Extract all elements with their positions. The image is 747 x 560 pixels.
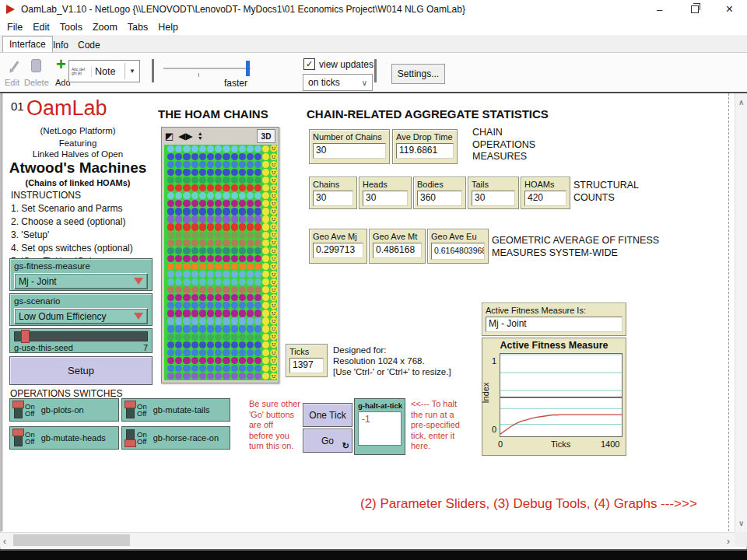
chooser-value[interactable]: Mj - Joint (14, 273, 148, 289)
speed-slider-label: faster (224, 78, 247, 89)
vertical-scrollbar[interactable]: ∧ ∨ (735, 93, 747, 532)
hoam-dot (247, 271, 254, 278)
instructions: INSTRUCTIONS 1. Set Scenario and Parms 2… (11, 189, 133, 268)
halt-at-tick-field[interactable]: -1 (358, 411, 402, 446)
scrollbar-thumb[interactable] (13, 534, 130, 546)
hoam-dot (239, 263, 246, 270)
hoam-dot (175, 177, 182, 184)
speed-slider-track[interactable] (163, 68, 251, 69)
switch-toggle[interactable] (14, 401, 23, 418)
hoam-dot (207, 278, 214, 285)
resize-vertical-icon[interactable]: ▲▼ (198, 131, 203, 141)
hoam-dot (223, 317, 230, 324)
chain-row (167, 169, 277, 177)
menu-help[interactable]: Help (158, 22, 178, 33)
slider-g-use-this-seed[interactable]: g-use-this-seed7 (9, 328, 153, 353)
switch-toggle[interactable] (126, 401, 135, 418)
hoam-dot (239, 145, 246, 152)
hoam-dot (215, 349, 222, 356)
hoam-dot (231, 302, 238, 309)
smiley-face-icon (270, 271, 278, 278)
switch-gb-mutate-tails[interactable]: OnOff gb-mutate-tails (121, 398, 230, 422)
view-3d-button[interactable]: 3D (257, 129, 275, 143)
chain-row (167, 192, 277, 200)
world-canvas[interactable] (164, 145, 277, 380)
speed-slider-tick (198, 73, 199, 77)
slider-handle[interactable] (21, 330, 30, 343)
chain-row (167, 208, 277, 215)
chain-row (167, 145, 277, 152)
tab-code[interactable]: Code (72, 37, 107, 53)
tab-info[interactable]: Info (47, 37, 75, 53)
hoam-dot (183, 153, 190, 160)
setup-button[interactable]: Setup (9, 356, 153, 385)
switch-toggle[interactable] (126, 429, 135, 446)
menu-tabs[interactable]: Tabs (128, 22, 148, 33)
hoam-dot (199, 349, 206, 356)
speed-slider-handle[interactable] (246, 61, 250, 76)
slider-track[interactable] (14, 331, 148, 341)
delete-tool-button[interactable] (31, 59, 41, 72)
hoam-dot (254, 208, 261, 215)
hoam-dot (223, 169, 230, 176)
view-updates-checkbox[interactable]: ✓ view updates (303, 58, 374, 70)
input-g-halt-at-tick[interactable]: g-halt-at-tick -1 (354, 398, 405, 455)
hoam-dot (199, 169, 206, 176)
chooser-value[interactable]: Low Odum Efficiency (14, 308, 148, 324)
scroll-up-icon[interactable]: ∧ (738, 98, 744, 107)
caption-structural-counts: STRUCTURALCOUNTS (573, 180, 639, 204)
world-view[interactable]: ◩ ◀▶ ▲▼ 3D (161, 127, 279, 383)
resize-corner-icon[interactable]: ◩ (165, 131, 174, 141)
resize-horizontal-icon[interactable]: ◀▶ (178, 131, 192, 141)
switch-name: gb-plots-on (41, 405, 84, 415)
hoam-dot (199, 223, 206, 230)
add-tool-button[interactable]: + (56, 58, 66, 72)
close-button[interactable]: × (712, 0, 747, 19)
subtitle-line: Featuring (0, 137, 156, 149)
hoam-dot (199, 373, 206, 380)
hoam-dot (183, 161, 190, 168)
one-tick-button[interactable]: One Tick (303, 403, 352, 427)
hoam-dot (175, 255, 182, 262)
restore-button[interactable] (677, 0, 712, 19)
switch-onoff-labels: OnOff (25, 431, 35, 446)
hoam-dot (167, 240, 174, 247)
go-button[interactable]: Go ↻ (303, 429, 352, 453)
update-mode-dropdown[interactable]: on ticks ∨ (303, 74, 373, 91)
chooser-gs-scenario[interactable]: gs-scenario Low Odum Efficiency (9, 293, 153, 326)
hoam-dot (254, 177, 261, 184)
menu-tools[interactable]: Tools (60, 22, 82, 33)
tab-interface[interactable]: Interface (2, 36, 53, 52)
hoam-dot (254, 302, 261, 309)
menu-zoom[interactable]: Zoom (93, 22, 117, 33)
monitor-label: Geo Ave Eu (431, 232, 485, 241)
menu-edit[interactable]: Edit (33, 22, 50, 33)
widget-type-selector[interactable]: Abc def ghi jkl Note ▼ (68, 60, 140, 82)
switch-gb-plots-on[interactable]: OnOff gb-plots-on (9, 398, 119, 422)
edit-tool-label: Edit (5, 78, 19, 87)
app-title: OamLab (26, 96, 107, 121)
chooser-gs-fitness-measure[interactable]: gs-fitness-measure Mj - Joint (9, 258, 153, 291)
monitor-geo-ave-mj: Geo Ave Mj 0.299713 (309, 229, 367, 264)
hoam-dot (175, 294, 182, 301)
switch-knob (12, 401, 24, 408)
chain-row (167, 278, 277, 286)
scroll-down-icon[interactable]: ∨ (738, 519, 744, 527)
scroll-right-icon[interactable]: › (727, 536, 730, 547)
hoam-dot (215, 263, 222, 270)
hoam-dot (239, 310, 246, 317)
switch-gb-horse-race-on[interactable]: OnOff gb-horse-race-on (121, 426, 230, 450)
edit-tool-button[interactable] (8, 59, 23, 73)
menu-file[interactable]: File (7, 22, 23, 33)
switch-toggle[interactable] (14, 429, 23, 446)
hoam-dot (191, 184, 198, 191)
minimize-button[interactable]: – (642, 0, 677, 19)
hoam-dot (247, 278, 254, 285)
hoam-dot (207, 161, 214, 168)
hoam-dot (199, 341, 206, 348)
settings-button[interactable]: Settings... (391, 64, 445, 84)
horizontal-scrollbar[interactable]: ‹ › (0, 532, 735, 548)
hoam-dot (183, 294, 190, 301)
switch-gb-mutate-heads[interactable]: OnOff gb-mutate-heads (9, 426, 119, 450)
scroll-left-icon[interactable]: ‹ (3, 536, 6, 547)
